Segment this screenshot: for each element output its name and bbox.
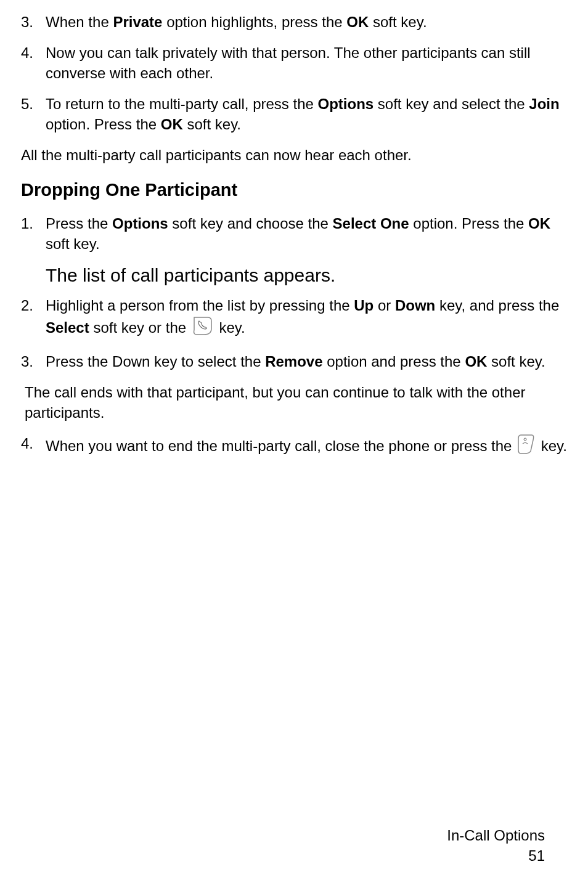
list-content: Press the Options soft key and choose th… (46, 214, 567, 254)
instruction-list-3: 2. Highlight a person from the list by p… (21, 296, 567, 372)
list-item: 1. Press the Options soft key and choose… (21, 214, 567, 254)
list-number: 4. (21, 434, 46, 460)
list-content: Press the Down key to select the Remove … (46, 352, 567, 372)
list-content: To return to the multi-party call, press… (46, 94, 567, 134)
list-number: 2. (21, 296, 46, 341)
list-content: Now you can talk privately with that per… (46, 43, 567, 83)
list-number: 3. (21, 352, 46, 372)
sub-paragraph: The list of call participants appears. (46, 265, 567, 286)
instruction-list-4: 4. When you want to end the multi-party … (21, 434, 567, 460)
paragraph: All the multi-party call participants ca… (21, 145, 567, 165)
list-item: 3. When the Private option highlights, p… (21, 12, 567, 32)
list-content: When the Private option highlights, pres… (46, 12, 567, 32)
section-heading: Dropping One Participant (21, 180, 567, 200)
call-key-icon (192, 316, 214, 341)
instruction-list-1: 3. When the Private option highlights, p… (21, 12, 567, 134)
list-content: When you want to end the multi-party cal… (46, 434, 567, 460)
end-call-key-icon (517, 434, 536, 460)
footer-title: In-Call Options (447, 826, 545, 845)
list-item: 4. Now you can talk privately with that … (21, 43, 567, 83)
paragraph: The call ends with that participant, but… (25, 383, 567, 423)
list-number: 4. (21, 43, 46, 83)
list-content: Highlight a person from the list by pres… (46, 296, 567, 341)
page-footer: In-Call Options 51 (447, 826, 545, 866)
list-number: 1. (21, 214, 46, 254)
list-item: 4. When you want to end the multi-party … (21, 434, 567, 460)
list-number: 3. (21, 12, 46, 32)
instruction-list-2: 1. Press the Options soft key and choose… (21, 214, 567, 254)
page-number: 51 (447, 846, 545, 866)
list-item: 3. Press the Down key to select the Remo… (21, 352, 567, 372)
list-item: 2. Highlight a person from the list by p… (21, 296, 567, 341)
svg-point-0 (524, 438, 526, 441)
list-item: 5. To return to the multi-party call, pr… (21, 94, 567, 134)
list-number: 5. (21, 94, 46, 134)
